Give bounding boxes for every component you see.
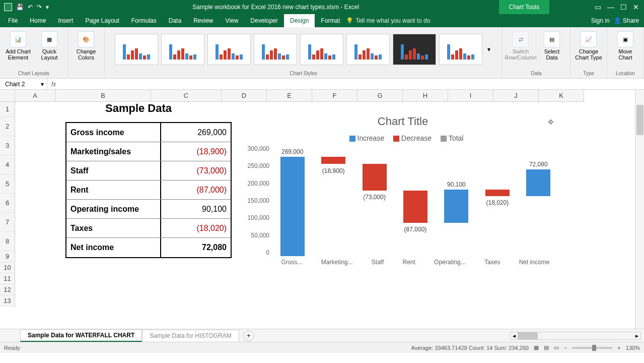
select-all-button[interactable] <box>0 90 15 102</box>
new-sheet-button[interactable]: + <box>243 330 254 341</box>
quick-layout-icon: ▦ <box>41 31 57 47</box>
move-handle-icon[interactable]: ✥ <box>548 118 554 126</box>
col-C[interactable]: C <box>151 90 222 102</box>
tab-data[interactable]: Data <box>163 14 187 27</box>
chart-style-7[interactable] <box>393 34 436 65</box>
zoom-level[interactable]: 130% <box>626 345 640 351</box>
bar-label-staff: (73,000) <box>363 194 386 201</box>
bar-taxes[interactable] <box>485 190 510 196</box>
bar-marketing[interactable] <box>321 157 345 164</box>
bar-label-net: 72,080 <box>529 161 548 168</box>
chart-style-8[interactable] <box>439 34 482 65</box>
row-2[interactable]: 2 <box>0 117 15 136</box>
row-9[interactable]: 9 <box>0 251 15 262</box>
view-normal-icon[interactable]: ▦ <box>534 344 539 351</box>
row-8[interactable]: 8 <box>0 232 15 251</box>
move-chart-icon: ▣ <box>617 31 633 47</box>
tab-design[interactable]: Design <box>284 14 315 27</box>
chart-y-axis: 300,000250,000200,000150,000100,00050,00… <box>244 145 269 256</box>
bar-rent[interactable] <box>403 191 427 223</box>
col-H[interactable]: H <box>403 90 448 102</box>
col-G[interactable]: G <box>357 90 403 102</box>
col-E[interactable]: E <box>267 90 312 102</box>
chart-style-3[interactable] <box>207 34 251 65</box>
share-button[interactable]: 👤 Share <box>614 17 639 24</box>
row-1[interactable]: 1 <box>0 102 15 117</box>
chart-style-5[interactable] <box>300 34 343 65</box>
row-13[interactable]: 13 <box>0 295 15 307</box>
chart-style-6[interactable] <box>346 34 390 65</box>
col-F[interactable]: F <box>312 90 357 102</box>
row-3[interactable]: 3 <box>0 136 15 155</box>
change-colors-button[interactable]: 🎨 Change Colors <box>72 29 100 60</box>
tell-me-search[interactable]: 💡 Tell me what you want to do <box>346 17 430 24</box>
view-page-layout-icon[interactable]: ▤ <box>544 344 549 351</box>
scroll-left-icon[interactable]: ◂ <box>511 332 518 339</box>
scroll-right-icon[interactable]: ▸ <box>633 332 640 339</box>
vertical-scrollbar[interactable] <box>635 90 644 329</box>
maximize-icon[interactable]: ☐ <box>620 3 627 11</box>
change-chart-type-button[interactable]: 📈 Change Chart Type <box>575 29 603 60</box>
worksheet-grid[interactable]: A B C D E F G H I J K 1 2 3 4 5 6 7 8 9 … <box>0 90 644 329</box>
select-data-button[interactable]: ▤ Select Data <box>538 29 566 60</box>
tab-view[interactable]: View <box>220 14 245 27</box>
tab-formulas[interactable]: Formulas <box>125 14 163 27</box>
zoom-in-icon[interactable]: + <box>617 345 620 351</box>
zoom-slider[interactable] <box>572 347 612 349</box>
quick-layout-button[interactable]: ▦ Quick Layout <box>35 29 63 60</box>
sheet-tab-histogram[interactable]: Sample Data for HISTOGRAM <box>142 330 239 341</box>
chart-plot-area[interactable]: 300,000250,000200,000150,000100,00050,00… <box>272 145 559 271</box>
col-D[interactable]: D <box>222 90 267 102</box>
col-A[interactable]: A <box>15 90 55 102</box>
row-6[interactable]: 6 <box>0 194 15 213</box>
bar-net-income[interactable] <box>526 169 550 196</box>
tab-home[interactable]: Home <box>24 14 52 27</box>
group-data-label: Data <box>531 70 541 77</box>
bar-staff[interactable] <box>363 164 387 191</box>
bar-operating[interactable] <box>444 190 468 223</box>
add-chart-element-button[interactable]: 📊 Add Chart Element <box>4 29 32 60</box>
tab-insert[interactable]: Insert <box>52 14 79 27</box>
view-page-break-icon[interactable]: ▭ <box>554 344 559 351</box>
redo-icon[interactable]: ↷ <box>37 4 42 11</box>
ribbon-options-icon[interactable]: ▭ <box>595 3 601 11</box>
sheet-tab-waterfall[interactable]: Sample Data for WATERFALL CHART <box>20 329 142 342</box>
col-J[interactable]: J <box>493 90 539 102</box>
chart-legend[interactable]: Increase Decrease Total <box>242 134 564 142</box>
row-12[interactable]: 12 <box>0 284 15 295</box>
waterfall-chart[interactable]: Chart Title ✥ Increase Decrease Total 30… <box>242 112 564 293</box>
col-B[interactable]: B <box>55 90 151 102</box>
tab-format[interactable]: Format <box>315 14 346 27</box>
sign-in-link[interactable]: Sign in <box>591 17 610 24</box>
row-10[interactable]: 10 <box>0 262 15 273</box>
row-7[interactable]: 7 <box>0 213 15 232</box>
fx-label[interactable]: fx <box>47 81 60 88</box>
chart-styles-gallery[interactable]: ▾ <box>112 29 495 70</box>
tab-developer[interactable]: Developer <box>244 14 284 27</box>
col-K[interactable]: K <box>539 90 584 102</box>
save-icon[interactable]: 💾 <box>16 4 24 11</box>
minimize-icon[interactable]: — <box>607 3 614 11</box>
gallery-more-icon[interactable]: ▾ <box>485 46 492 53</box>
close-icon[interactable]: ✕ <box>633 3 639 11</box>
row-5[interactable]: 5 <box>0 174 15 194</box>
tab-review[interactable]: Review <box>187 14 219 27</box>
zoom-out-icon[interactable]: − <box>564 345 567 351</box>
qat-dropdown-icon[interactable]: ▾ <box>46 4 49 11</box>
chart-title[interactable]: Chart Title <box>242 112 564 128</box>
chart-style-4[interactable] <box>254 34 297 65</box>
tab-file[interactable]: File <box>2 14 24 27</box>
row-11[interactable]: 11 <box>0 273 15 284</box>
bar-gross-income[interactable] <box>280 157 305 256</box>
lightbulb-icon: 💡 <box>346 17 353 24</box>
undo-icon[interactable]: ↶ <box>28 4 33 11</box>
chart-style-1[interactable] <box>115 34 158 65</box>
horizontal-scrollbar[interactable]: ◂▸ <box>510 332 641 340</box>
tab-page-layout[interactable]: Page Layout <box>79 14 125 27</box>
row-4[interactable]: 4 <box>0 155 15 174</box>
col-I[interactable]: I <box>448 90 493 102</box>
namebox-dropdown-icon[interactable]: ▾ <box>41 81 44 88</box>
chart-style-2[interactable] <box>161 34 204 65</box>
name-box[interactable]: Chart 2▾ <box>2 79 47 90</box>
move-chart-button[interactable]: ▣ Move Chart <box>611 29 639 60</box>
